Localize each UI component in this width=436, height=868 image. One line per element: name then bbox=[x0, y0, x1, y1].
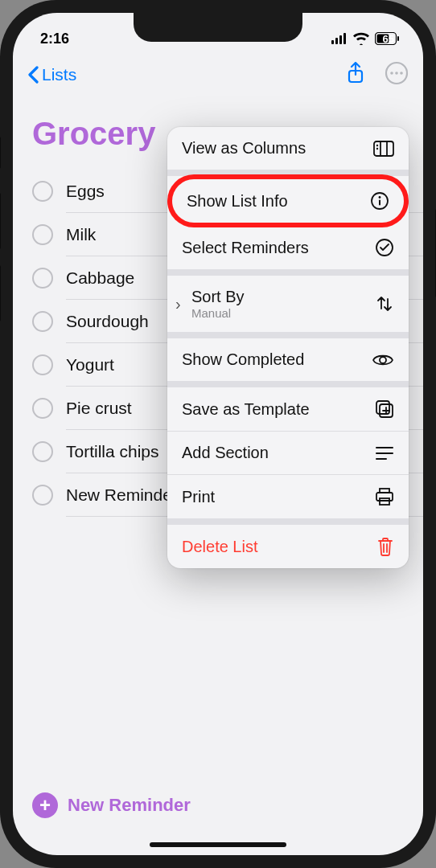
list-icon bbox=[375, 445, 394, 461]
checkmark-circle-icon bbox=[375, 238, 394, 257]
svg-rect-19 bbox=[379, 200, 380, 206]
svg-point-21 bbox=[380, 357, 386, 363]
home-indicator[interactable] bbox=[150, 842, 286, 847]
menu-delete-list[interactable]: Delete List bbox=[167, 525, 409, 568]
share-icon bbox=[346, 62, 365, 84]
status-icons: 65 bbox=[331, 32, 399, 45]
menu-print[interactable]: Print bbox=[167, 475, 409, 525]
checkbox[interactable] bbox=[32, 181, 53, 202]
svg-rect-2 bbox=[339, 35, 342, 44]
new-reminder-button[interactable]: + New Reminder bbox=[13, 784, 423, 826]
menu-show-completed[interactable]: Show Completed bbox=[167, 338, 409, 387]
battery-indicator: 65 bbox=[375, 32, 399, 45]
menu-label: View as Columns bbox=[182, 139, 306, 158]
svg-point-16 bbox=[376, 147, 378, 149]
menu-label: Sort By bbox=[191, 288, 245, 306]
sort-icon bbox=[375, 294, 394, 313]
svg-rect-30 bbox=[376, 493, 393, 501]
eye-icon bbox=[372, 352, 394, 368]
menu-sublabel: Manual bbox=[191, 306, 245, 320]
checkbox[interactable] bbox=[32, 224, 53, 245]
menu-label: Delete List bbox=[182, 538, 258, 556]
plus-icon: + bbox=[32, 792, 58, 818]
device-frame: 2:16 65 Lists bbox=[0, 0, 436, 868]
menu-label: Save as Template bbox=[182, 400, 310, 419]
columns-icon bbox=[373, 141, 394, 157]
menu-label: Show List Info bbox=[187, 192, 288, 211]
menu-view-as-columns[interactable]: View as Columns bbox=[167, 127, 409, 176]
context-menu: View as Columns Show List Info Select Re… bbox=[167, 127, 409, 568]
mute-switch bbox=[0, 137, 1, 169]
cellular-icon bbox=[331, 33, 348, 44]
checkbox[interactable] bbox=[32, 398, 53, 419]
wifi-icon bbox=[352, 32, 370, 45]
menu-save-as-template[interactable]: Save as Template bbox=[167, 387, 409, 432]
checkbox[interactable] bbox=[32, 311, 53, 332]
svg-point-15 bbox=[376, 144, 378, 145]
menu-show-list-info[interactable]: Show List Info bbox=[172, 179, 404, 223]
more-icon bbox=[385, 61, 409, 85]
menu-label: Print bbox=[182, 488, 215, 506]
svg-point-10 bbox=[395, 72, 398, 75]
svg-rect-3 bbox=[343, 33, 346, 44]
notch bbox=[134, 13, 302, 42]
clock: 2:16 bbox=[40, 31, 121, 47]
info-icon bbox=[370, 191, 389, 211]
volume-up-button bbox=[0, 193, 1, 249]
printer-icon bbox=[375, 487, 394, 506]
menu-sort-by[interactable]: Sort By Manual bbox=[167, 276, 409, 338]
svg-rect-0 bbox=[331, 40, 334, 44]
nav-bar: Lists bbox=[13, 55, 423, 95]
menu-label: Add Section bbox=[182, 444, 269, 462]
menu-select-reminders[interactable]: Select Reminders bbox=[167, 226, 409, 276]
trash-icon bbox=[376, 537, 394, 556]
svg-rect-31 bbox=[380, 498, 389, 505]
screen: 2:16 65 Lists bbox=[13, 13, 423, 855]
svg-rect-22 bbox=[376, 401, 389, 414]
menu-label: Select Reminders bbox=[182, 239, 309, 257]
back-label: Lists bbox=[42, 65, 76, 84]
svg-point-9 bbox=[390, 72, 393, 75]
chevron-left-icon bbox=[27, 66, 39, 84]
menu-add-section[interactable]: Add Section bbox=[167, 432, 409, 475]
checkbox[interactable] bbox=[32, 441, 53, 462]
share-button[interactable] bbox=[346, 62, 365, 88]
svg-rect-6 bbox=[397, 36, 399, 41]
back-button[interactable]: Lists bbox=[27, 65, 76, 84]
template-icon bbox=[375, 399, 394, 419]
checkbox[interactable] bbox=[32, 268, 53, 289]
new-reminder-label: New Reminder bbox=[68, 795, 191, 816]
menu-label: Show Completed bbox=[182, 350, 304, 369]
checkbox[interactable] bbox=[32, 485, 53, 506]
checkbox[interactable] bbox=[32, 354, 53, 375]
svg-rect-1 bbox=[335, 38, 338, 44]
volume-down-button bbox=[0, 265, 1, 321]
svg-point-11 bbox=[400, 72, 403, 75]
more-button[interactable] bbox=[385, 61, 409, 88]
svg-point-18 bbox=[379, 196, 381, 199]
